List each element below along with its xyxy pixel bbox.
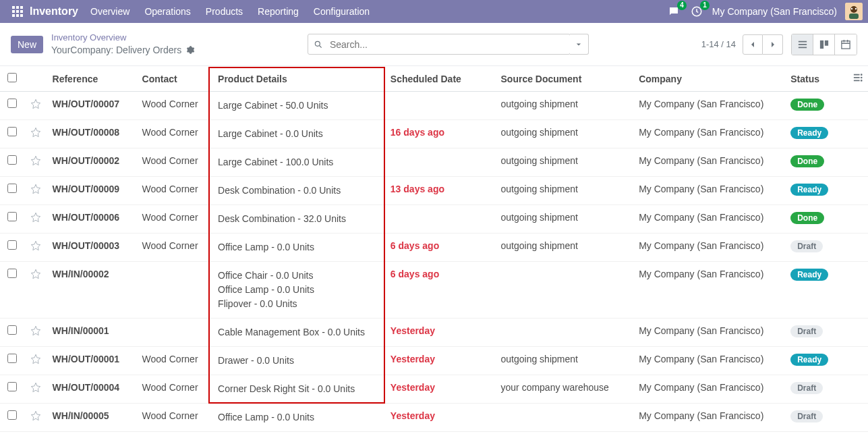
brand-title[interactable]: Inventory bbox=[30, 5, 78, 18]
cell-company: My Company (San Francisco) bbox=[633, 148, 785, 177]
breadcrumb-parent[interactable]: Inventory Overview bbox=[51, 32, 195, 44]
star-icon[interactable] bbox=[30, 101, 41, 111]
row-checkbox[interactable] bbox=[7, 99, 17, 108]
menu-configuration[interactable]: Configuration bbox=[314, 6, 370, 17]
row-checkbox[interactable] bbox=[7, 212, 17, 221]
status-badge: Ready bbox=[790, 184, 828, 196]
cell-scheduled-date bbox=[385, 92, 496, 120]
cell-reference: WH/IN/00004 bbox=[47, 432, 137, 439]
cell-company: My Company (San Francisco) bbox=[633, 347, 785, 375]
search-dropdown-toggle[interactable] bbox=[570, 34, 589, 55]
header-contact[interactable]: Contact bbox=[137, 66, 213, 92]
cell-product-details: Desk Combination - 0.0 Units bbox=[212, 177, 385, 205]
star-icon[interactable] bbox=[30, 412, 41, 423]
cell-company: My Company (San Francisco) bbox=[633, 375, 785, 404]
cell-status: Draft bbox=[785, 319, 847, 347]
table-row[interactable]: WH/IN/00002Office Chair - 0.0 UnitsOffic… bbox=[0, 262, 868, 319]
table-row[interactable]: WH/OUT/00006Wood CornerDesk Combination … bbox=[0, 205, 868, 234]
star-icon[interactable] bbox=[30, 242, 41, 253]
header-reference[interactable]: Reference bbox=[47, 66, 137, 92]
row-checkbox[interactable] bbox=[7, 269, 17, 278]
row-checkbox[interactable] bbox=[7, 382, 17, 391]
chat-icon[interactable]: 4 bbox=[666, 4, 681, 19]
cell-source-document bbox=[496, 262, 634, 319]
view-kanban-button[interactable] bbox=[813, 34, 835, 55]
cell-reference: WH/OUT/00003 bbox=[47, 234, 137, 262]
svg-rect-22 bbox=[842, 40, 850, 48]
table-row[interactable]: WH/OUT/00004Wood CornerCorner Desk Right… bbox=[0, 375, 868, 404]
new-button[interactable]: New bbox=[11, 36, 43, 53]
table-row[interactable]: WH/OUT/00001Wood CornerDrawer - 0.0 Unit… bbox=[0, 347, 868, 375]
pager-next-button[interactable] bbox=[763, 34, 783, 55]
cell-source-document: outgoing shipment bbox=[496, 148, 634, 177]
status-badge: Ready bbox=[790, 127, 828, 139]
menu-operations[interactable]: Operations bbox=[144, 6, 190, 17]
row-checkbox[interactable] bbox=[7, 354, 17, 363]
cell-company: My Company (San Francisco) bbox=[633, 234, 785, 262]
star-icon[interactable] bbox=[30, 271, 41, 281]
cell-scheduled-date: 6 days ago bbox=[385, 262, 496, 319]
select-all-checkbox[interactable] bbox=[7, 73, 17, 82]
menu-overview[interactable]: Overview bbox=[90, 6, 129, 17]
svg-rect-17 bbox=[798, 40, 806, 42]
apps-icon[interactable] bbox=[11, 5, 24, 18]
table-row[interactable]: WH/OUT/00008Wood CornerLarge Cabinet - 0… bbox=[0, 120, 868, 148]
cell-reference: WH/IN/00002 bbox=[47, 262, 137, 319]
cell-status: Done bbox=[785, 92, 847, 120]
cell-scheduled-date: 6 days ago bbox=[385, 234, 496, 262]
cell-scheduled-date bbox=[385, 205, 496, 234]
row-checkbox[interactable] bbox=[7, 240, 17, 250]
cell-status: Done bbox=[785, 205, 847, 234]
row-checkbox[interactable] bbox=[7, 184, 17, 193]
menu-reporting[interactable]: Reporting bbox=[258, 6, 299, 17]
user-avatar[interactable] bbox=[845, 3, 863, 20]
table-row[interactable]: WH/IN/00004Wood CornerCabinet with Doors… bbox=[0, 432, 868, 439]
cell-company: My Company (San Francisco) bbox=[633, 432, 785, 439]
row-checkbox[interactable] bbox=[7, 127, 17, 136]
cell-source-document bbox=[496, 404, 634, 432]
header-status[interactable]: Status bbox=[785, 66, 847, 92]
status-badge: Ready bbox=[790, 354, 828, 366]
cell-product-details: Office Lamp - 0.0 Units bbox=[212, 234, 385, 262]
pager-prev-button[interactable] bbox=[743, 34, 763, 55]
table-row[interactable]: WH/IN/00001Cable Management Box - 0.0 Un… bbox=[0, 319, 868, 347]
star-icon[interactable] bbox=[30, 384, 41, 395]
table-row[interactable]: WH/OUT/00002Wood CornerLarge Cabinet - 1… bbox=[0, 148, 868, 177]
view-calendar-button[interactable] bbox=[835, 34, 857, 55]
cell-status: Draft bbox=[785, 404, 847, 432]
star-icon[interactable] bbox=[30, 129, 41, 140]
cell-contact: Wood Corner bbox=[137, 375, 213, 404]
header-company[interactable]: Company bbox=[633, 66, 785, 92]
star-icon[interactable] bbox=[30, 157, 41, 168]
header-product-details[interactable]: Product Details bbox=[212, 66, 385, 92]
cell-product-details: Large Cabinet - 50.0 Units bbox=[212, 92, 385, 120]
search-input[interactable] bbox=[328, 36, 570, 53]
row-checkbox[interactable] bbox=[7, 155, 17, 165]
cell-product-details: Office Lamp - 0.0 Units bbox=[212, 404, 385, 432]
view-list-button[interactable] bbox=[792, 34, 813, 55]
header-source-document[interactable]: Source Document bbox=[496, 66, 634, 92]
star-icon[interactable] bbox=[30, 214, 41, 225]
row-checkbox[interactable] bbox=[7, 410, 17, 420]
search-box[interactable] bbox=[308, 34, 571, 55]
row-checkbox[interactable] bbox=[7, 325, 17, 335]
menu-products[interactable]: Products bbox=[206, 6, 243, 17]
cell-product-details: Large Cabinet - 0.0 Units bbox=[212, 120, 385, 148]
cell-status: Ready bbox=[785, 347, 847, 375]
control-bar: New Inventory Overview YourCompany: Deli… bbox=[0, 23, 868, 66]
table-row[interactable]: WH/IN/00005Wood CornerOffice Lamp - 0.0 … bbox=[0, 404, 868, 432]
header-scheduled-date[interactable]: Scheduled Date bbox=[385, 66, 496, 92]
cell-contact: Wood Corner bbox=[137, 148, 213, 177]
cell-contact: Wood Corner bbox=[137, 347, 213, 375]
columns-options-icon[interactable] bbox=[853, 74, 863, 84]
table-row[interactable]: WH/OUT/00009Wood CornerDesk Combination … bbox=[0, 177, 868, 205]
star-icon[interactable] bbox=[30, 327, 41, 338]
table-row[interactable]: WH/OUT/00003Wood CornerOffice Lamp - 0.0… bbox=[0, 234, 868, 262]
activity-icon[interactable]: 1 bbox=[689, 4, 704, 19]
cell-source-document: outgoing shipment bbox=[496, 347, 634, 375]
gear-icon[interactable] bbox=[185, 45, 195, 55]
star-icon[interactable] bbox=[30, 356, 41, 366]
table-row[interactable]: WH/OUT/00007Wood CornerLarge Cabinet - 5… bbox=[0, 92, 868, 120]
company-selector[interactable]: My Company (San Francisco) bbox=[712, 6, 837, 17]
star-icon[interactable] bbox=[30, 186, 41, 196]
